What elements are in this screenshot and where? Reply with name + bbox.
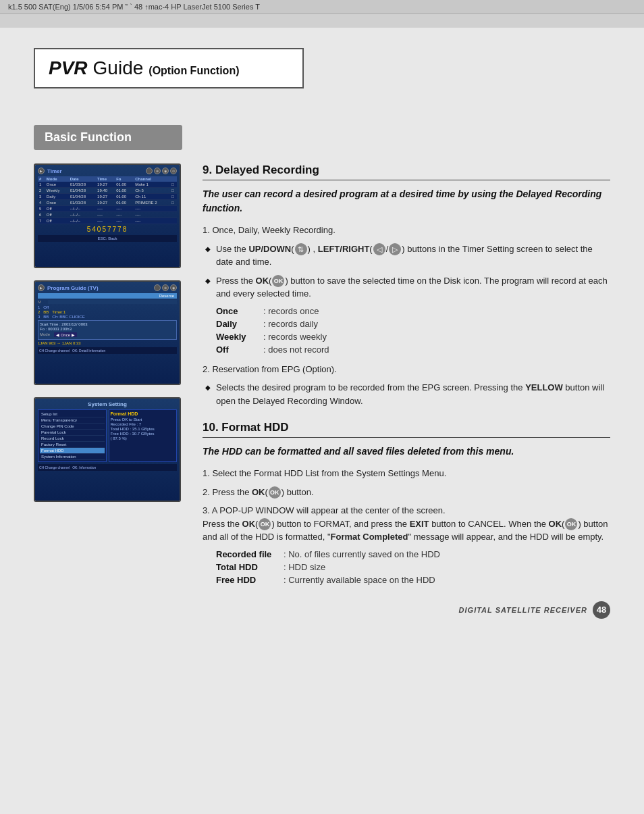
- sys-press-ok: Press OK to Start: [111, 417, 176, 422]
- menu-parental: Parental Lock: [40, 430, 105, 436]
- icon2: ⊕: [154, 168, 161, 174]
- section-9-step1: 1. Once, Daily, Weekly Recording.: [203, 224, 610, 237]
- page-number: 48: [593, 601, 610, 619]
- sys-total: Total HDD : 35.1 GBytes: [111, 427, 176, 431]
- content-area: ▶ Timer ⊕ ◉ ⊙ #ModeDateT: [34, 163, 610, 594]
- menu-transparency: Menu Transparency: [40, 417, 105, 424]
- timer-screen: ▶ Timer ⊕ ◉ ⊙ #ModeDateT: [34, 163, 181, 268]
- right-column: 9. Delayed Recording The user can record…: [203, 163, 610, 594]
- menu-icon: ▶: [38, 168, 45, 174]
- ok-icon-3: OK: [259, 518, 271, 530]
- section-10-step1: 1. Select the Format HDD List from the S…: [203, 467, 610, 480]
- section-10-terms: Recorded file : No. of files currently s…: [216, 549, 610, 585]
- menu-sys-info: System Information: [40, 454, 105, 460]
- term-daily: Daily : records daily: [216, 319, 610, 329]
- timer-num-display: 54057778: [38, 226, 177, 233]
- sys-right-panel: Format HDD Press OK to Start Recorded Fi…: [109, 409, 178, 462]
- sys-pct: ( 87.5 %): [111, 436, 176, 440]
- title-section: PVR Guide (Option Function): [34, 28, 610, 109]
- section-10-step2: 2. Press the OK(OK) button.: [203, 486, 610, 499]
- section-9-bullet2: Press the OK(OK) button to save the sele…: [208, 274, 610, 301]
- section-9-title: 9. Delayed Recording: [203, 163, 610, 180]
- sys-title: System Setting: [38, 401, 177, 407]
- term-weekly: Weekly : records weekly: [216, 332, 610, 342]
- term-off: Off : does not record: [216, 345, 610, 355]
- term-recorded-file: Recorded file : No. of files currently s…: [216, 549, 610, 559]
- left-column: ▶ Timer ⊕ ◉ ⊙ #ModeDateT: [34, 163, 182, 502]
- title-pvr: PVR: [49, 57, 88, 79]
- section-9: 9. Delayed Recording The user can record…: [203, 163, 610, 407]
- title-box: PVR Guide (Option Function): [34, 48, 304, 88]
- guide-bottom-nav: CH Change channel OK: Detail Information: [38, 347, 177, 354]
- section-label: Basic Function: [45, 130, 132, 144]
- ok-icon-1: OK: [272, 275, 284, 287]
- menu-pin: Change PIN Code: [40, 424, 105, 430]
- guide-reserve: Reserve: [38, 293, 177, 299]
- section-9-intro: The user can record a desired program at…: [203, 187, 610, 215]
- system-screen: System Setting Setup Int Menu Transparen…: [34, 397, 181, 502]
- header-text: k1.5 500 SAT(Eng) 1/5/06 5:54 PM ˜ ` 48 …: [8, 3, 260, 11]
- timer-bottom-bar: ESC: Back: [38, 235, 177, 242]
- page-content: PVR Guide (Option Function) Basic Functi…: [0, 28, 644, 814]
- menu-setup: Setup Int: [40, 411, 105, 417]
- guide-screen: ▶ Program Guide (TV) ⊕ ◉ Reserve M 1 Of: [34, 280, 181, 385]
- section-10-title: 10. Format HDD: [203, 421, 610, 438]
- sys-bottom-nav: CH Change channel OK: Information: [38, 464, 177, 471]
- icon4: ⊙: [170, 168, 177, 174]
- term-total-hdd: Total HDD : HDD size: [216, 562, 610, 572]
- section-10: 10. Format HDD The HDD can be formatted …: [203, 421, 610, 585]
- menu-factory: Factory Reset: [40, 442, 105, 448]
- section-9-bullet1: Use the UP/DOWN(⇅) , LEFT/RIGHT(◁/▷) but…: [208, 243, 610, 269]
- section-9-step2: 2. Reservation from EPG (Option).: [203, 363, 610, 376]
- icon3: ◉: [162, 168, 169, 174]
- header-bar: k1.5 500 SAT(Eng) 1/5/06 5:54 PM ˜ ` 48 …: [0, 0, 644, 14]
- section-9-bullet3: Selects the desired program to be record…: [208, 381, 610, 407]
- section-10-step3: 3. A POP-UP WINDOW will appear at the ce…: [203, 504, 610, 544]
- ok-icon-4: OK: [565, 518, 577, 530]
- section-10-intro: The HDD can be formatted and all saved f…: [203, 444, 610, 459]
- right-icon: ▷: [389, 243, 401, 255]
- sys-recorded: Recorded File : 7: [111, 422, 176, 426]
- footer-text: DIGITAL SATELLITE RECEIVER: [459, 606, 587, 614]
- guide-info-box: Start Time : 2003/12/ 0003 Fo : 00003 20…: [38, 320, 177, 340]
- page-footer: DIGITAL SATELLITE RECEIVER 48: [34, 594, 610, 626]
- title-guide: Guide: [93, 57, 144, 79]
- section-header: Basic Function: [34, 125, 182, 150]
- left-icon: ◁: [373, 243, 385, 255]
- section-9-terms: Once : records once Daily : records dail…: [216, 306, 610, 355]
- updown-icon: ⇅: [295, 243, 307, 255]
- sys-free: Free HDD : 30.7 GBytes: [111, 432, 176, 436]
- icon1: [146, 168, 153, 174]
- title-option: (Option Function): [149, 65, 239, 77]
- menu-format-hdd: Format HDD: [40, 448, 105, 454]
- sys-left-menu: Setup Int Menu Transparency Change PIN C…: [38, 409, 107, 462]
- menu-record-lock: Record Lock: [40, 436, 105, 442]
- term-once: Once : records once: [216, 306, 610, 316]
- ok-icon-2: OK: [269, 486, 281, 499]
- term-free-hdd: Free HDD : Currently available space on …: [216, 575, 610, 585]
